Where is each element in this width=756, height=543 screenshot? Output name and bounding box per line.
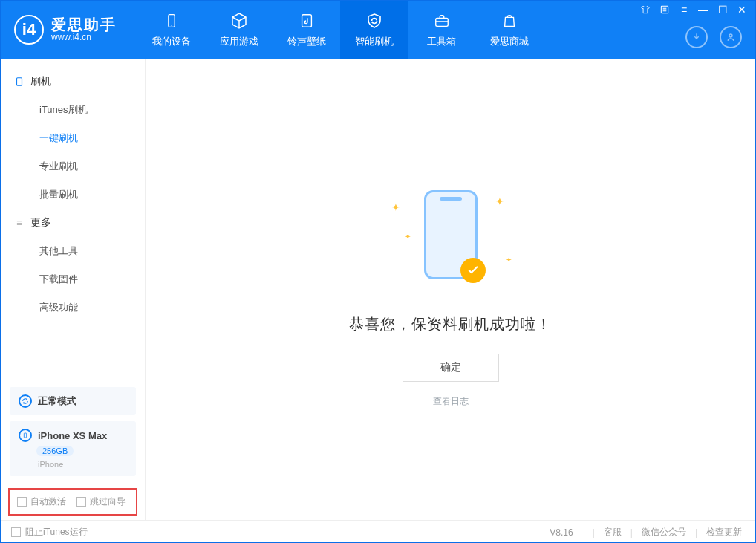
device-mode-card[interactable]: 正常模式 <box>10 387 136 415</box>
device-type: iPhone <box>38 460 127 469</box>
separator: | <box>625 527 639 538</box>
nav-my-device[interactable]: 我的设备 <box>137 1 205 59</box>
ok-button[interactable]: 确定 <box>403 354 499 382</box>
sidebar-section-more: ≡ 更多 <box>1 209 145 237</box>
nav-label: 应用游戏 <box>220 35 258 48</box>
close-icon[interactable]: ✕ <box>736 4 748 16</box>
sidebar: 刷机 iTunes刷机 一键刷机 专业刷机 批量刷机 ≡ 更多 其他工具 下载固… <box>1 59 146 520</box>
option-skip-guide[interactable]: 跳过向导 <box>76 495 126 508</box>
refresh-shield-icon <box>365 11 384 30</box>
section-title: 刷机 <box>30 75 51 88</box>
svg-rect-7 <box>24 433 26 438</box>
option-label: 跳过向导 <box>90 495 126 508</box>
tablet-icon <box>14 77 25 87</box>
titlebar: i4 爱思助手 www.i4.cn 我的设备 应用游戏 铃声壁纸 智能刷机 工具… <box>1 1 755 59</box>
separator: | <box>689 527 703 538</box>
nav-toolbox[interactable]: 工具箱 <box>408 1 475 59</box>
user-icon[interactable] <box>720 26 742 48</box>
statusbar: 阻止iTunes运行 V8.16 | 客服 | 微信公众号 | 检查更新 <box>1 520 755 543</box>
maximize-icon[interactable]: ☐ <box>717 4 729 16</box>
cube-icon <box>229 11 249 30</box>
option-label: 自动激活 <box>30 495 66 508</box>
toolbox-icon <box>432 11 452 30</box>
sync-icon <box>19 394 32 408</box>
view-log-link[interactable]: 查看日志 <box>433 395 469 408</box>
sparkle-icon: ✦ <box>391 201 400 213</box>
main-nav: 我的设备 应用游戏 铃声壁纸 智能刷机 工具箱 爱思商城 <box>137 1 543 59</box>
checkbox-icon[interactable] <box>11 527 21 537</box>
nav-label: 我的设备 <box>152 35 191 48</box>
top-right-actions <box>685 26 742 48</box>
nav-ringtone-wallpaper[interactable]: 铃声壁纸 <box>273 1 340 59</box>
svg-point-1 <box>171 25 172 26</box>
menu-icon[interactable]: ≡ <box>678 4 690 16</box>
separator: | <box>587 527 601 538</box>
footer-link-check-update[interactable]: 检查更新 <box>703 526 745 539</box>
window-controls: ≡ ― ☐ ✕ <box>639 4 748 16</box>
version-label: V8.16 <box>550 527 573 538</box>
sidebar-item-download-firmware[interactable]: 下载固件 <box>1 265 145 293</box>
sidebar-item-oneclick-flash[interactable]: 一键刷机 <box>1 124 145 152</box>
list-icon: ≡ <box>14 218 25 228</box>
device-phone-icon <box>19 429 32 442</box>
option-block-itunes[interactable]: 阻止iTunes运行 <box>11 526 88 539</box>
sidebar-item-pro-flash[interactable]: 专业刷机 <box>1 152 145 181</box>
flash-options-highlight: 自动激活 跳过向导 <box>8 488 137 516</box>
nav-label: 智能刷机 <box>355 35 394 48</box>
svg-point-4 <box>729 34 732 37</box>
nav-label: 爱思商城 <box>490 35 529 48</box>
nav-label: 工具箱 <box>427 35 456 48</box>
section-title: 更多 <box>30 216 51 230</box>
sidebar-item-itunes-flash[interactable]: iTunes刷机 <box>1 96 145 124</box>
svg-rect-6 <box>17 78 22 86</box>
device-capacity-badge: 256GB <box>36 446 74 456</box>
nav-apps-games[interactable]: 应用游戏 <box>205 1 273 59</box>
sidebar-section-flash: 刷机 <box>1 68 145 96</box>
sparkle-icon: ✦ <box>405 233 411 241</box>
success-message: 恭喜您，保资料刷机成功啦！ <box>349 314 552 334</box>
svg-rect-3 <box>435 18 448 26</box>
footer-link-support[interactable]: 客服 <box>601 526 625 539</box>
nav-store[interactable]: 爱思商城 <box>475 1 543 59</box>
footer-link-wechat[interactable]: 微信公众号 <box>639 526 689 539</box>
nav-smart-flash[interactable]: 智能刷机 <box>340 1 408 59</box>
music-file-icon <box>297 11 316 30</box>
success-illustration: ✦ ✦ ✦ ✦ <box>369 172 532 298</box>
device-name: iPhone XS Max <box>38 430 107 441</box>
sparkle-icon: ✦ <box>506 256 512 264</box>
minimize-icon[interactable]: ― <box>697 4 709 16</box>
bag-icon <box>500 11 519 30</box>
option-label: 阻止iTunes运行 <box>25 526 88 539</box>
svg-rect-2 <box>302 15 311 27</box>
phone-icon <box>162 11 181 30</box>
device-card[interactable]: iPhone XS Max 256GB iPhone <box>10 421 136 476</box>
option-auto-activate[interactable]: 自动激活 <box>17 495 66 508</box>
checkbox-icon[interactable] <box>76 497 86 507</box>
checkbox-icon[interactable] <box>17 497 27 507</box>
app-name: 爱思助手 <box>51 16 117 33</box>
app-logo: i4 爱思助手 www.i4.cn <box>14 15 117 45</box>
sidebar-item-other-tools[interactable]: 其他工具 <box>1 237 145 265</box>
menu-list-icon[interactable] <box>659 4 671 16</box>
check-badge-icon <box>460 258 486 283</box>
nav-label: 铃声壁纸 <box>287 35 326 48</box>
device-mode-label: 正常模式 <box>38 394 76 408</box>
sidebar-item-batch-flash[interactable]: 批量刷机 <box>1 181 145 209</box>
app-url: www.i4.cn <box>51 33 117 42</box>
main-content: ✦ ✦ ✦ ✦ 恭喜您，保资料刷机成功啦！ 确定 查看日志 <box>146 59 755 520</box>
sparkle-icon: ✦ <box>495 195 504 207</box>
phone-illustration-icon <box>424 190 478 279</box>
sidebar-item-advanced[interactable]: 高级功能 <box>1 293 145 322</box>
download-icon[interactable] <box>685 26 708 48</box>
logo-mark-icon: i4 <box>14 15 44 45</box>
shirt-icon[interactable] <box>639 4 651 16</box>
